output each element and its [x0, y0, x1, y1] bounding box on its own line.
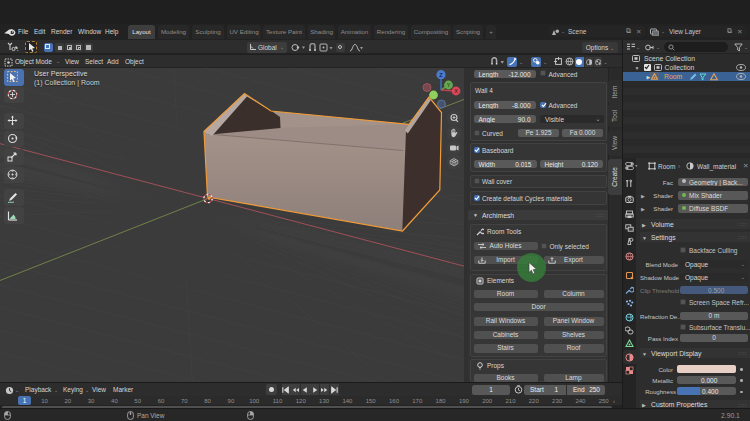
svg-text:Y: Y — [447, 82, 451, 88]
svg-text:X: X — [454, 88, 458, 94]
